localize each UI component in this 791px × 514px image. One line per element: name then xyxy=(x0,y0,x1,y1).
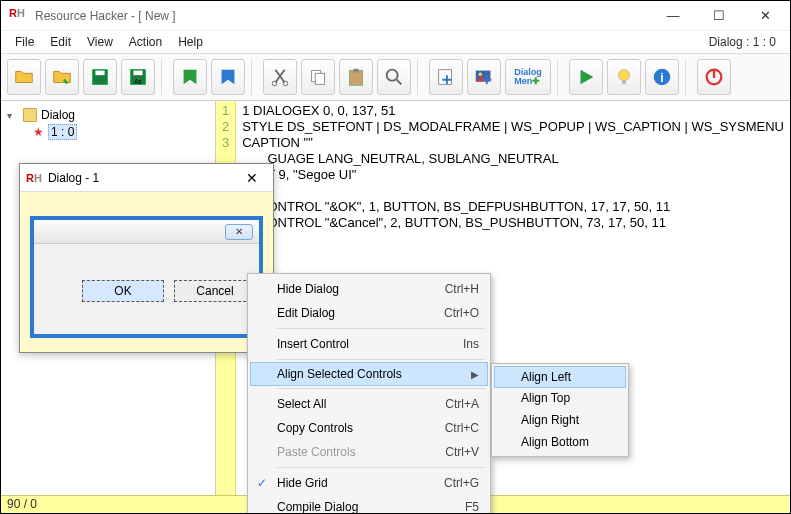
menu-file[interactable]: File xyxy=(7,33,42,51)
dialog-preview-titlebar[interactable]: RH Dialog - 1 ✕ xyxy=(20,164,273,192)
inner-dialog-titlebar: ✕ xyxy=(34,220,259,244)
save-icon[interactable] xyxy=(83,59,117,95)
search-icon[interactable] xyxy=(377,59,411,95)
play-icon[interactable] xyxy=(569,59,603,95)
ctx-compile-dialog[interactable]: Compile DialogF5 xyxy=(251,495,487,514)
svg-point-5 xyxy=(272,81,277,86)
ctx-select-all[interactable]: Select AllCtrl+A xyxy=(251,392,487,416)
submenu-align-left[interactable]: Align Left xyxy=(494,366,626,388)
svg-rect-10 xyxy=(353,69,359,73)
ctx-hide-dialog[interactable]: Hide DialogCtrl+H xyxy=(251,277,487,301)
context-menu[interactable]: Hide DialogCtrl+H Edit DialogCtrl+O Inse… xyxy=(247,273,491,514)
ctx-insert-control[interactable]: Insert ControlIns xyxy=(251,332,487,356)
svg-point-6 xyxy=(283,81,288,86)
svg-rect-8 xyxy=(315,73,324,84)
bookmark-blue-icon[interactable] xyxy=(211,59,245,95)
tree-item-label: 1 : 0 xyxy=(48,124,77,140)
submenu-align-right[interactable]: Align Right xyxy=(495,409,625,431)
power-icon[interactable] xyxy=(697,59,731,95)
menu-help[interactable]: Help xyxy=(170,33,211,51)
svg-point-15 xyxy=(619,70,630,81)
tree-root-dialog[interactable]: ▾ Dialog xyxy=(5,107,211,123)
info-icon[interactable]: i xyxy=(645,59,679,95)
dialog-canvas[interactable]: ✕ OK Cancel xyxy=(30,216,263,338)
ctx-copy-controls[interactable]: Copy ControlsCtrl+C xyxy=(251,416,487,440)
resource-path-status: Dialog : 1 : 0 xyxy=(701,33,784,51)
ok-button-control[interactable]: OK xyxy=(82,280,164,302)
svg-rect-16 xyxy=(622,81,626,85)
svg-rect-12 xyxy=(439,70,452,85)
minimize-button[interactable]: — xyxy=(656,4,690,28)
ctx-edit-dialog[interactable]: Edit DialogCtrl+O xyxy=(251,301,487,325)
dialog-preview-close-icon[interactable]: ✕ xyxy=(237,170,267,186)
svg-point-11 xyxy=(387,70,398,81)
toolbar: As DialogMen✚ i xyxy=(1,53,790,101)
save-as-icon[interactable]: As xyxy=(121,59,155,95)
ctx-separator xyxy=(277,388,485,389)
open-folder-icon[interactable] xyxy=(7,59,41,95)
ctx-hide-grid[interactable]: ✓Hide GridCtrl+G xyxy=(251,471,487,495)
tree-root-label: Dialog xyxy=(41,108,75,122)
image-resource-icon[interactable] xyxy=(467,59,501,95)
align-submenu[interactable]: Align Left Align Top Align Right Align B… xyxy=(491,363,629,457)
menu-edit[interactable]: Edit xyxy=(42,33,79,51)
tree-item[interactable]: ★ 1 : 0 xyxy=(5,123,211,141)
svg-rect-1 xyxy=(95,71,104,76)
toolbar-separator xyxy=(685,59,691,95)
menu-view[interactable]: View xyxy=(79,33,121,51)
toolbar-separator xyxy=(417,59,423,95)
open-special-icon[interactable] xyxy=(45,59,79,95)
close-button[interactable]: ✕ xyxy=(748,4,782,28)
ctx-separator xyxy=(277,359,485,360)
svg-rect-3 xyxy=(133,71,142,76)
folder-icon xyxy=(23,108,37,122)
maximize-button[interactable]: ☐ xyxy=(702,4,736,28)
dialog-preview-window[interactable]: RH Dialog - 1 ✕ ✕ OK Cancel xyxy=(19,163,274,353)
cancel-button-control[interactable]: Cancel xyxy=(174,280,256,302)
paste-icon[interactable] xyxy=(339,59,373,95)
copy-icon[interactable] xyxy=(301,59,335,95)
app-icon: RH xyxy=(9,7,27,25)
submenu-align-top[interactable]: Align Top xyxy=(495,387,625,409)
window-titlebar: RH Resource Hacker - [ New ] — ☐ ✕ xyxy=(1,1,790,31)
star-icon: ★ xyxy=(33,125,44,139)
toolbar-separator xyxy=(557,59,563,95)
dialog-menu-icon[interactable]: DialogMen✚ xyxy=(505,59,551,95)
ctx-paste-controls: Paste ControlsCtrl+V xyxy=(251,440,487,464)
cursor-position: 90 / 0 xyxy=(7,497,37,511)
inner-dialog-close-icon[interactable]: ✕ xyxy=(225,224,253,240)
app-icon: RH xyxy=(26,172,42,184)
menubar: File Edit View Action Help Dialog : 1 : … xyxy=(1,31,790,53)
cut-icon[interactable] xyxy=(263,59,297,95)
svg-text:As: As xyxy=(134,78,141,85)
window-title: Resource Hacker - [ New ] xyxy=(35,9,656,23)
dialog-preview-body[interactable]: ✕ OK Cancel xyxy=(20,192,273,348)
svg-text:i: i xyxy=(660,71,663,85)
submenu-align-bottom[interactable]: Align Bottom xyxy=(495,431,625,453)
menu-action[interactable]: Action xyxy=(121,33,170,51)
submenu-arrow-icon: ▶ xyxy=(471,369,479,380)
check-icon: ✓ xyxy=(257,476,267,490)
svg-rect-9 xyxy=(350,71,363,86)
svg-point-14 xyxy=(479,72,483,76)
ctx-separator xyxy=(277,328,485,329)
bookmark-green-icon[interactable] xyxy=(173,59,207,95)
ctx-align-selected[interactable]: Align Selected Controls▶ xyxy=(250,362,488,386)
toolbar-separator xyxy=(251,59,257,95)
ctx-separator xyxy=(277,467,485,468)
dialog-preview-title: Dialog - 1 xyxy=(48,171,237,185)
bulb-icon[interactable] xyxy=(607,59,641,95)
add-resource-icon[interactable] xyxy=(429,59,463,95)
toolbar-separator xyxy=(161,59,167,95)
